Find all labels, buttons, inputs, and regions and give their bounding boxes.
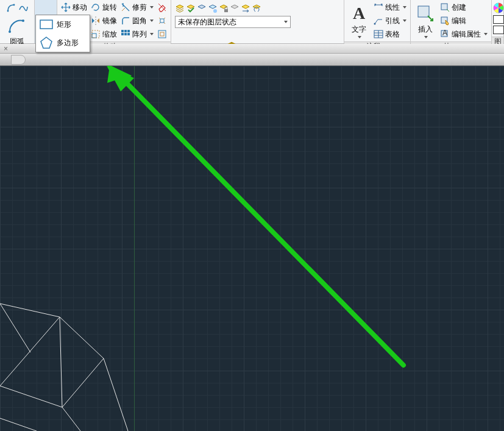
svg-rect-27 [441, 4, 447, 10]
layer-freeze-button[interactable] [208, 2, 218, 15]
block-edit-button[interactable]: 编辑 [439, 15, 489, 27]
svg-rect-16 [160, 19, 164, 23]
layer-state-combo[interactable]: 未保存的图层状态 [175, 16, 291, 28]
layer-prop-button[interactable] [175, 2, 185, 15]
block-create-icon [440, 2, 450, 12]
chevron-down-icon [484, 33, 488, 35]
chevron-down-icon [150, 20, 154, 22]
group-draw: 圆弧 [0, 0, 35, 43]
rotate-button[interactable]: 旋转 [90, 1, 118, 13]
layer-states-button[interactable] [186, 2, 196, 15]
chevron-down-icon [150, 6, 154, 9]
explode-button[interactable] [156, 15, 168, 27]
svg-rect-17 [158, 30, 166, 38]
svg-point-19 [213, 9, 217, 13]
new-tab-button[interactable] [11, 55, 26, 65]
dropdown-item-rectangle[interactable]: 矩形 [36, 15, 90, 34]
mirror-label: 镜像 [102, 16, 117, 26]
layer-check-icon [186, 4, 196, 13]
table-button[interactable]: 表格 [372, 28, 408, 40]
leader-button[interactable]: 引线 [372, 15, 408, 27]
group-annotate: A 文字 线性 引线 表格 [344, 0, 411, 43]
layer-prev-icon [252, 4, 261, 13]
chevron-down-icon [424, 36, 428, 38]
linear-label: 线性 [385, 2, 400, 13]
array-button[interactable]: 阵列 [119, 28, 155, 40]
scale-label: 缩放 [102, 29, 117, 40]
layer-off-button[interactable] [230, 2, 240, 15]
polygon-label: 多边形 [57, 38, 79, 48]
rectangle-icon [40, 18, 53, 31]
svg-rect-26 [418, 6, 429, 17]
block-edit-label: 编辑 [452, 16, 466, 26]
group-properties: 图 [492, 0, 504, 43]
layer-match-icon [241, 4, 250, 13]
svg-point-0 [7, 10, 9, 12]
leader-label: 引线 [385, 16, 400, 26]
rectangle-label: 矩形 [57, 20, 71, 30]
move-icon [61, 2, 71, 12]
bylayer-swatch[interactable] [493, 15, 504, 24]
arc-tool-button[interactable] [2, 1, 32, 13]
block-edit-icon [440, 16, 450, 26]
rotate-icon [91, 2, 101, 12]
color-wheel-icon[interactable] [493, 2, 504, 13]
block-editattr-label: 编辑属性 [452, 29, 481, 40]
mirror-button[interactable]: 镜像 [90, 15, 118, 27]
layer-state-text: 未保存的图层状态 [178, 17, 236, 27]
insert-block-button[interactable]: 插入 [413, 1, 438, 40]
svg-rect-12 [127, 30, 130, 32]
explode-icon [157, 16, 167, 26]
chevron-down-icon [150, 33, 154, 35]
svg-rect-11 [124, 30, 127, 32]
block-editattr-button[interactable]: A 编辑属性 [439, 28, 489, 40]
svg-point-24 [374, 23, 376, 25]
fillet-icon [121, 16, 130, 26]
arc-big-icon [7, 16, 27, 35]
layer-match-button[interactable] [241, 2, 250, 15]
layer-iso-button[interactable] [197, 2, 207, 15]
scale-button[interactable]: 缩放 [90, 28, 118, 40]
axis-line [134, 66, 135, 431]
trim-button[interactable]: 修剪 [119, 1, 155, 13]
linear-dim-button[interactable]: 线性 [372, 1, 408, 13]
spline-icon [18, 2, 28, 12]
offset-button[interactable] [156, 28, 168, 40]
layer-off-icon [230, 4, 240, 13]
arc-big-button[interactable]: 圆弧 [5, 13, 29, 48]
svg-rect-10 [121, 30, 124, 32]
svg-rect-14 [124, 33, 127, 35]
svg-rect-18 [160, 32, 164, 36]
rotate-label: 旋转 [102, 2, 117, 13]
layer-lock-icon [219, 4, 229, 13]
move-label: 移动 [73, 2, 87, 13]
table-label: 表格 [385, 29, 400, 40]
svg-text:A: A [442, 29, 447, 37]
bylayer-swatch2[interactable] [493, 26, 504, 34]
chevron-down-icon [403, 20, 406, 22]
close-tab-icon[interactable]: × [4, 45, 8, 53]
text-button[interactable]: A 文字 [347, 1, 371, 40]
insert-label: 插入 [418, 24, 433, 35]
linear-dim-icon [374, 2, 383, 12]
trim-label: 修剪 [132, 2, 147, 13]
drawing-canvas[interactable] [0, 66, 504, 431]
text-icon: A [349, 4, 369, 23]
svg-rect-20 [224, 9, 228, 12]
svg-rect-9 [92, 30, 99, 38]
trim-icon [121, 2, 130, 12]
polygon-icon [40, 36, 53, 49]
layer-lock-button[interactable] [219, 2, 229, 15]
eraser-icon [157, 2, 167, 12]
fillet-button[interactable]: 圆角 [119, 15, 155, 27]
block-create-label: 创建 [452, 2, 466, 13]
chevron-down-icon [284, 21, 288, 23]
block-create-button[interactable]: 创建 [439, 1, 489, 13]
dropdown-item-polygon[interactable]: 多边形 [36, 34, 90, 52]
move-button[interactable]: 移动 [60, 1, 88, 13]
shape-dropdown-popup: 矩形 多边形 [35, 15, 90, 52]
erase-button[interactable] [156, 1, 168, 13]
layer-stack-icon [175, 4, 185, 13]
fillet-label: 圆角 [132, 16, 147, 26]
layer-prev-button[interactable] [252, 2, 261, 15]
